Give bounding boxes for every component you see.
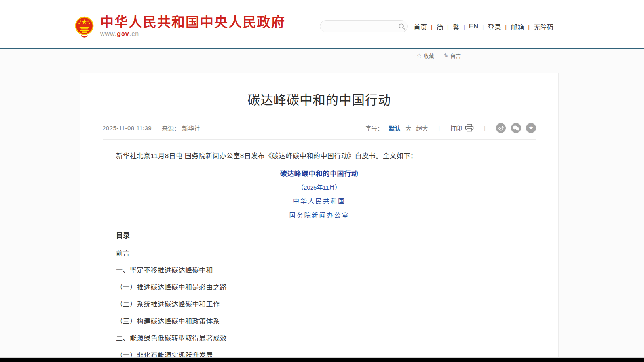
nav-home[interactable]: 首页 (414, 22, 427, 32)
comment-button[interactable]: ✎ 留言 (443, 52, 461, 59)
nav-mail[interactable]: 邮箱 (511, 22, 524, 32)
font-size-default-button[interactable]: 默认 (389, 124, 401, 132)
divider-pipe: | (484, 125, 486, 131)
article-title: 碳达峰碳中和的中国行动 (103, 90, 536, 108)
font-size-label: 字号： (365, 124, 383, 132)
doc-title: 碳达峰碳中和的中国行动 (103, 168, 536, 178)
pencil-icon: ✎ (443, 52, 448, 59)
toc-item-preface: 前言 (103, 250, 536, 257)
nav-login[interactable]: 登录 (488, 22, 501, 32)
toc-item-1: 一、坚定不移推进碳达峰碳中和 (103, 267, 536, 274)
font-size-xlarge-button[interactable]: 超大 (416, 124, 428, 132)
print-button[interactable]: 打印 (450, 124, 474, 132)
publish-date: 2025-11-08 11:39 (103, 125, 152, 131)
favorite-button[interactable]: ☆ 收藏 (416, 52, 434, 59)
site-title: 中华人民共和国中央人民政府 (100, 15, 285, 29)
nav-english[interactable]: EN (469, 23, 479, 30)
lead-paragraph: 新华社北京11月8日电 国务院新闻办公室8日发布《碳达峰碳中和的中国行动》白皮书… (103, 151, 536, 162)
comment-label: 留言 (450, 52, 461, 59)
nav-separator: | (528, 23, 530, 30)
doc-org-line1: 中华人民共和国 (103, 196, 536, 205)
meta-divider (103, 139, 536, 140)
page-actions: ☆ 收藏 ✎ 留言 (416, 52, 461, 59)
search-input[interactable] (327, 23, 398, 30)
printer-icon (465, 124, 474, 132)
share-wechat-button[interactable] (511, 123, 521, 133)
nav-separator: | (447, 23, 449, 30)
national-emblem-icon (74, 15, 95, 38)
article-meta-row: 2025-11-08 11:39 来源： 新华社 字号： 默认 大 超大 | 打… (103, 123, 536, 132)
toc-item-1-3: （三）构建碳达峰碳中和政策体系 (103, 318, 536, 325)
doc-date: （2025年11月） (103, 183, 536, 191)
toc-heading: 目录 (103, 230, 536, 240)
top-nav: 首页 | 简 | 繁 | EN | 登录 | 邮箱 | 无障碍 (414, 22, 554, 31)
nav-traditional[interactable]: 繁 (453, 22, 460, 32)
star-outline-icon: ☆ (416, 52, 422, 59)
doc-org-line2: 国务院新闻办公室 (103, 210, 536, 220)
nav-separator: | (482, 23, 484, 30)
bottom-black-bar (0, 358, 644, 362)
nav-separator: | (431, 23, 433, 30)
search-box[interactable] (320, 20, 408, 32)
site-logo[interactable]: 中华人民共和国中央人民政府 www.gov.cn (74, 15, 285, 38)
share-qzone-button[interactable]: ★ (526, 123, 536, 133)
site-header: 中华人民共和国中央人民政府 www.gov.cn 首页 | 简 | 繁 | EN… (0, 0, 644, 49)
nav-separator: | (464, 23, 465, 30)
toc-item-1-1: （一）推进碳达峰碳中和是必由之路 (103, 284, 536, 291)
share-weibo-button[interactable] (496, 123, 506, 133)
weibo-icon (498, 125, 504, 131)
font-size-large-button[interactable]: 大 (405, 124, 411, 132)
nav-simplified[interactable]: 简 (437, 22, 443, 32)
nav-accessibility[interactable]: 无障碍 (534, 22, 554, 32)
wechat-icon (513, 125, 519, 131)
favorite-label: 收藏 (424, 52, 434, 59)
toc-item-2: 二、能源绿色低碳转型取得显著成效 (103, 335, 536, 342)
search-icon[interactable] (398, 23, 405, 30)
source-value[interactable]: 新华社 (182, 124, 200, 132)
print-label: 打印 (450, 124, 462, 132)
toc-item-1-2: （二）系统推进碳达峰碳中和工作 (103, 301, 536, 308)
nav-separator: | (505, 23, 507, 30)
article-card: 碳达峰碳中和的中国行动 2025-11-08 11:39 来源： 新华社 字号：… (80, 73, 559, 358)
site-url: www.gov.cn (100, 30, 285, 38)
star-icon: ★ (528, 125, 534, 131)
divider-pipe: | (438, 125, 440, 131)
share-group: ★ (496, 123, 536, 133)
source-label: 来源： (162, 124, 180, 132)
